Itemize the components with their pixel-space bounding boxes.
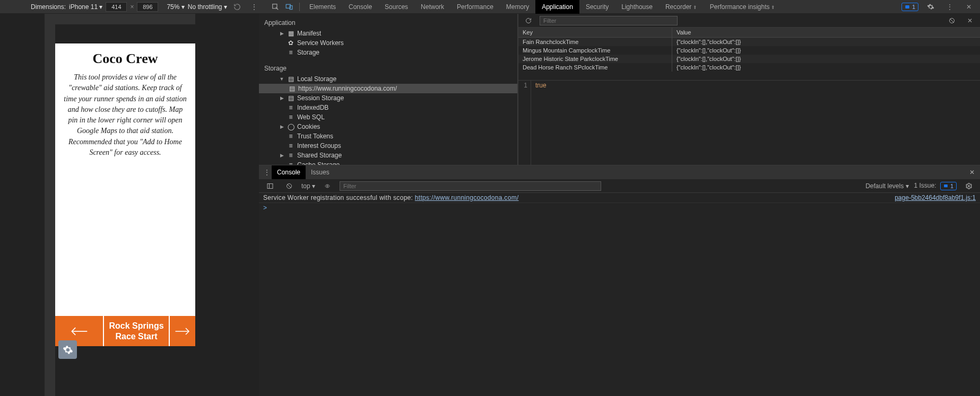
- panel-tab-network[interactable]: Network: [414, 0, 450, 14]
- more-icon[interactable]: ⋮: [943, 0, 957, 14]
- sidebar-item-local-storage-origin[interactable]: ▤https://www.runningcocodona.com/: [259, 84, 517, 93]
- app-title: Coco Crew: [60, 51, 190, 67]
- sidebar-item-trust-tokens[interactable]: ≡Trust Tokens: [259, 131, 517, 141]
- zoom-select[interactable]: 75% ▾: [167, 3, 184, 11]
- db-icon: ≡: [288, 133, 294, 139]
- sidebar-section-application: Application: [259, 17, 517, 29]
- db-icon: ≡: [288, 104, 294, 111]
- console-prompt[interactable]: >: [259, 203, 980, 213]
- sidebar-toggle-icon[interactable]: [263, 179, 277, 193]
- sidebar-item-local-storage[interactable]: ▼▤Local Storage: [259, 74, 517, 84]
- app-content: Coco Crew This tool provides a view of a…: [55, 43, 195, 314]
- svg-point-14: [968, 185, 970, 187]
- drawer-menu-icon[interactable]: ⋮: [262, 169, 272, 176]
- col-value[interactable]: Value: [672, 28, 980, 37]
- db-icon: ≡: [288, 114, 294, 120]
- sidebar-section-storage: Storage: [259, 63, 517, 74]
- refresh-icon[interactable]: [522, 14, 535, 28]
- table-icon: ▤: [289, 85, 295, 92]
- sidebar-item-cookies[interactable]: ▶◯Cookies: [259, 122, 517, 131]
- panel-tab-security[interactable]: Security: [579, 0, 615, 14]
- levels-select[interactable]: Default levels ▾: [865, 182, 908, 190]
- svg-line-11: [288, 184, 291, 188]
- station-button[interactable]: Rock Springs Race Start: [104, 316, 169, 346]
- storage-filter-input[interactable]: [540, 16, 678, 25]
- db-icon: ≡: [288, 49, 294, 56]
- preview-value: true: [531, 81, 551, 165]
- top-right-controls: 1 ⋮ ✕: [901, 0, 976, 14]
- console-toolbar: top ▾ Default levels ▾ 1 Issue: 1: [259, 179, 980, 193]
- next-button[interactable]: [169, 316, 195, 346]
- context-select[interactable]: top ▾: [301, 182, 315, 190]
- devtools-top-bar: Dimensions: iPhone 11 ▾ × 75% ▾ No throt…: [0, 0, 980, 14]
- svg-rect-8: [267, 183, 273, 188]
- sidebar-item-service-workers[interactable]: ✿Service Workers: [259, 38, 517, 48]
- console-filter-input[interactable]: [340, 181, 601, 191]
- panel-tab-lighthouse[interactable]: Lighthouse: [615, 0, 659, 14]
- ruler-horizontal: [55, 14, 195, 24]
- panel-tab-sources[interactable]: Sources: [378, 0, 414, 14]
- device-toolbar: Dimensions: iPhone 11 ▾ × 75% ▾ No throt…: [4, 0, 263, 14]
- drawer-close-icon[interactable]: ✕: [964, 169, 980, 176]
- drawer-tab-issues[interactable]: Issues: [306, 165, 335, 179]
- sidebar-item-manifest[interactable]: ▶▦Manifest: [259, 29, 517, 38]
- panel-tab-performance-insights[interactable]: Performance insights ⬆: [704, 0, 782, 14]
- panel-tab-memory[interactable]: Memory: [500, 0, 535, 14]
- rotate-icon[interactable]: [230, 0, 244, 14]
- clear-console-icon[interactable]: [282, 179, 296, 193]
- col-key[interactable]: Key: [518, 28, 672, 37]
- sidebar-item-session-storage[interactable]: ▶▤Session Storage: [259, 93, 517, 103]
- throttling-select[interactable]: No throttling ▾: [188, 3, 227, 11]
- sidebar-item-indexeddb[interactable]: ≡IndexedDB: [259, 103, 517, 112]
- panel-tab-performance[interactable]: Performance: [450, 0, 500, 14]
- device-select[interactable]: iPhone 11 ▾: [69, 3, 102, 11]
- console-source-link[interactable]: page-5bb2464dbf8ab9f1.js:1: [895, 194, 976, 201]
- console-settings-icon[interactable]: [962, 179, 976, 193]
- panel-tab-strip: ElementsConsoleSourcesNetworkPerformance…: [268, 0, 782, 14]
- console-log-link[interactable]: https://www.runningcocodona.com/: [415, 194, 519, 201]
- width-input[interactable]: [106, 2, 127, 12]
- device-menu-icon[interactable]: ⋮: [247, 0, 261, 14]
- clear-icon[interactable]: [945, 14, 959, 28]
- document-icon: ▦: [288, 30, 294, 37]
- height-input[interactable]: [137, 2, 158, 12]
- gear-icon: ✿: [288, 40, 294, 46]
- panel-tab-recorder[interactable]: Recorder ⬆: [659, 0, 704, 14]
- panel-tab-elements[interactable]: Elements: [303, 0, 342, 14]
- drawer-tab-console[interactable]: Console: [272, 165, 306, 179]
- value-preview: 1 true: [518, 81, 980, 165]
- panel-tab-console[interactable]: Console: [342, 0, 378, 14]
- issues-badge[interactable]: 1: [901, 3, 918, 11]
- sidebar-item-websql[interactable]: ≡Web SQL: [259, 112, 517, 122]
- console-log-row[interactable]: Service Worker registration successful w…: [259, 193, 980, 203]
- app-settings-button[interactable]: [58, 340, 77, 359]
- svg-rect-3: [905, 5, 909, 8]
- drawer-issue-label[interactable]: 1 Issue: 1: [914, 182, 957, 190]
- db-icon: ≡: [288, 152, 294, 159]
- table-icon: ▤: [288, 76, 294, 82]
- storage-view: ✕ Key Value Fain RanchclockTime{"clockIn…: [518, 14, 980, 165]
- x-separator: ×: [130, 3, 134, 11]
- panel-tab-application[interactable]: Application: [535, 0, 579, 14]
- application-sidebar: Application ▶▦Manifest ✿Service Workers …: [259, 14, 518, 165]
- storage-row[interactable]: Dead Horse Ranch SPclockTime{"clockIn":[…: [518, 63, 980, 72]
- sidebar-item-shared-storage[interactable]: ▶≡Shared Storage: [259, 151, 517, 160]
- settings-icon[interactable]: [924, 0, 938, 14]
- line-number: 1: [518, 81, 531, 165]
- storage-row[interactable]: Mingus Mountain CampclockTime{"clockIn":…: [518, 46, 980, 55]
- delete-icon[interactable]: ✕: [963, 14, 977, 28]
- storage-row[interactable]: Fain RanchclockTime{"clockIn":[],"clockO…: [518, 38, 980, 46]
- svg-point-12: [327, 185, 328, 187]
- live-expression-icon[interactable]: [320, 179, 334, 193]
- device-mode-icon[interactable]: [282, 0, 296, 14]
- close-icon[interactable]: ✕: [962, 0, 976, 14]
- svg-rect-13: [944, 184, 948, 187]
- sidebar-item-storage[interactable]: ≡Storage: [259, 48, 517, 57]
- table-icon: ▤: [288, 95, 294, 101]
- storage-row[interactable]: Jerome Historic State ParkclockTime{"clo…: [518, 55, 980, 63]
- inspect-icon[interactable]: [268, 0, 282, 14]
- storage-toolbar: ✕: [518, 14, 980, 28]
- sidebar-item-interest-groups[interactable]: ≡Interest Groups: [259, 141, 517, 151]
- sidebar-item-cache-storage[interactable]: ≡Cache Storage: [259, 160, 517, 165]
- ruler-vertical: [45, 14, 55, 396]
